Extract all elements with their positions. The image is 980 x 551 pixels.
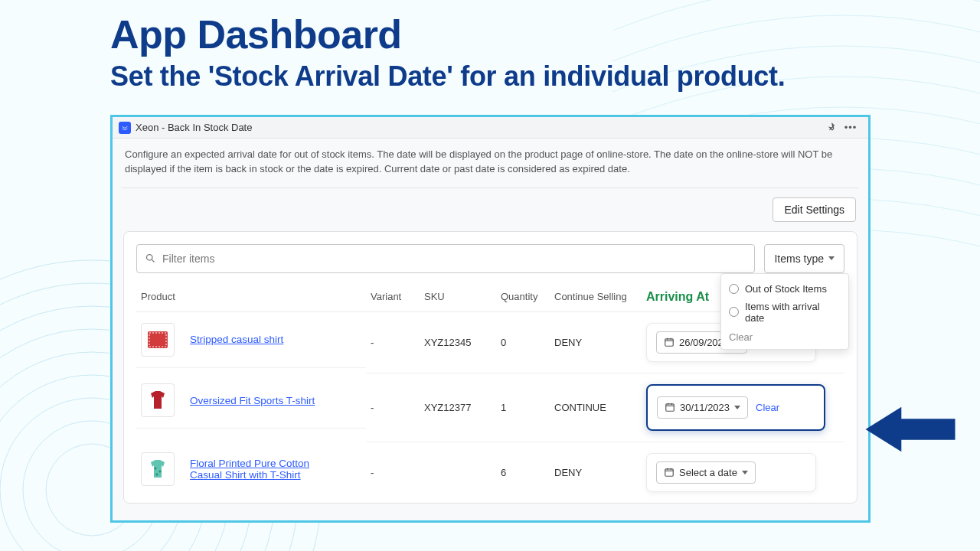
items-type-dropdown[interactable]: Items type [764, 244, 844, 273]
date-value: Select a date [679, 467, 737, 478]
radio-icon [729, 284, 739, 294]
radio-icon [729, 307, 739, 317]
product-thumbnail [141, 323, 175, 357]
arrival-date-card: Select a date [646, 453, 816, 492]
col-sku: SKU [420, 282, 496, 312]
option-arrival-date[interactable]: Items with arrival date [729, 298, 841, 327]
cell-continue: DENY [550, 311, 642, 373]
products-card: Filter items Items type Out of Stock Ite… [123, 231, 858, 504]
svg-point-9 [147, 255, 153, 261]
svg-line-10 [152, 260, 154, 262]
pin-icon[interactable] [825, 121, 839, 135]
svg-point-22 [159, 471, 162, 473]
col-product: Product [136, 282, 366, 312]
cell-continue: DENY [550, 442, 642, 503]
svg-point-21 [155, 468, 157, 470]
search-input[interactable]: Filter items [136, 244, 755, 273]
svg-rect-24 [665, 469, 674, 476]
svg-marker-28 [866, 407, 956, 452]
date-picker-button[interactable]: 30/11/2023 [657, 396, 748, 419]
chevron-down-icon [734, 406, 740, 409]
svg-rect-13 [665, 339, 674, 346]
window-title: Xeon - Back In Stock Date [136, 122, 252, 133]
option-label: Out of Stock Items [745, 283, 827, 295]
cell-qty: 6 [496, 442, 550, 503]
search-icon [145, 253, 156, 264]
product-link[interactable]: Stripped casual shirt [190, 334, 283, 345]
table-row: Floral Printed Pure Cotton Casual Shirt … [136, 442, 844, 503]
col-continue-selling: Continue Selling [550, 282, 642, 312]
cell-sku [420, 442, 496, 503]
app-frame: Xeon - Back In Stock Date ••• Configure … [110, 115, 871, 523]
cell-continue: CONTINUE [550, 373, 642, 442]
calendar-icon [664, 337, 675, 347]
cell-variant: - [366, 442, 420, 503]
product-link[interactable]: Oversized Fit Sports T-shirt [190, 395, 315, 406]
app-description: Configure an expected arrival date for o… [122, 148, 859, 188]
app-logo [119, 122, 131, 134]
arrival-date-card-highlighted: 30/11/2023 Clear [646, 384, 825, 431]
cell-variant: - [366, 373, 420, 442]
search-placeholder: Filter items [162, 253, 214, 265]
cell-qty: 0 [496, 311, 550, 373]
cell-sku: XYZ12345 [420, 311, 496, 373]
cell-qty: 1 [496, 373, 550, 442]
option-out-of-stock[interactable]: Out of Stock Items [729, 280, 841, 298]
cell-sku: XYZ12377 [420, 373, 496, 442]
svg-rect-11 [148, 331, 168, 348]
table-row: Oversized Fit Sports T-shirt - XYZ12377 … [136, 373, 844, 442]
col-quantity: Quantity [496, 282, 550, 312]
clear-date-link[interactable]: Clear [756, 402, 779, 413]
chevron-down-icon [828, 256, 835, 260]
date-value: 30/11/2023 [680, 402, 730, 413]
more-icon[interactable]: ••• [844, 121, 858, 135]
popover-clear[interactable]: Clear [729, 327, 841, 343]
items-type-popover: Out of Stock Items Items with arrival da… [720, 273, 849, 350]
window-titlebar: Xeon - Back In Stock Date ••• [113, 117, 868, 139]
product-thumbnail [141, 383, 175, 417]
chevron-down-icon [742, 471, 748, 474]
svg-point-23 [156, 474, 158, 476]
date-picker-button[interactable]: Select a date [656, 461, 756, 484]
svg-rect-17 [666, 404, 675, 411]
edit-settings-button[interactable]: Edit Settings [773, 197, 856, 222]
col-variant: Variant [366, 282, 420, 312]
product-link[interactable]: Floral Printed Pure Cotton Casual Shirt … [190, 458, 335, 481]
page-title: App Dashboard [110, 14, 980, 56]
calendar-icon [665, 402, 675, 412]
page-subtitle: Set the 'Stock Arrival Date' for an indi… [110, 60, 980, 93]
option-label: Items with arrival date [745, 301, 841, 324]
items-type-label: Items type [774, 253, 824, 265]
calendar-icon [664, 467, 675, 478]
callout-arrow [865, 399, 956, 462]
cell-variant: - [366, 311, 420, 373]
product-thumbnail [141, 452, 175, 486]
